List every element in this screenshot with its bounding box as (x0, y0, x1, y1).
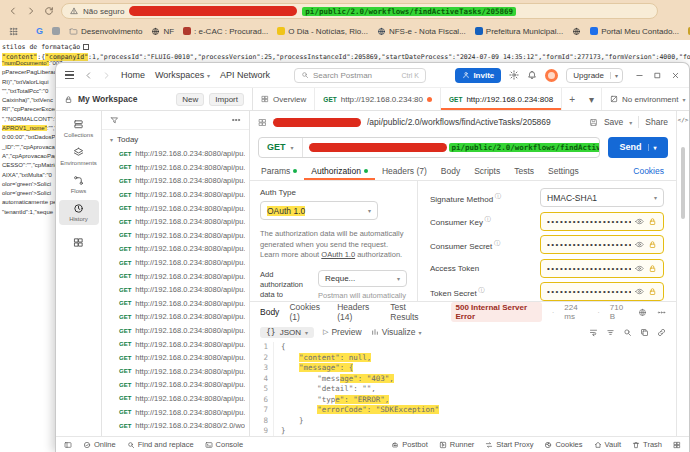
history-item[interactable]: GEThttp://192.168.0.234:8080/api/pu… (102, 229, 249, 243)
bookmark-item[interactable] (572, 27, 581, 36)
online-status[interactable]: Online (83, 440, 116, 449)
history-item[interactable]: GEThttp://192.168.0.234:8080/api/pu… (102, 378, 249, 392)
format-select[interactable]: {}JSON▾ (260, 327, 314, 338)
bookmark-item[interactable]: Portal Meu Contado... (590, 27, 679, 36)
request-tab-body[interactable]: Body (434, 161, 467, 180)
postbot-button[interactable]: Postbot (391, 440, 427, 449)
auth-type-select[interactable]: OAuth 1.0 ▾ (260, 201, 378, 220)
request-tab-params[interactable]: Params (254, 161, 304, 180)
vault-lock-icon[interactable] (648, 264, 657, 273)
eye-icon[interactable] (635, 287, 644, 296)
share-button[interactable]: Share (645, 117, 668, 127)
menu-icon[interactable] (65, 71, 74, 79)
favicon[interactable] (52, 27, 60, 35)
eye-icon[interactable] (635, 240, 644, 249)
search-response-icon[interactable] (623, 328, 632, 337)
sidebar-item-flows[interactable]: Flows (59, 172, 99, 197)
nav-forward-icon[interactable] (102, 71, 111, 80)
google-favicon[interactable]: G (36, 27, 43, 35)
save-icon[interactable] (589, 118, 598, 127)
import-button[interactable]: Import (209, 93, 244, 106)
sidebar-item-environments[interactable]: Environments (59, 144, 99, 169)
filter-funnel-icon[interactable] (110, 116, 119, 125)
addto-select[interactable]: Reque... ▾ (318, 270, 407, 287)
history-item[interactable]: GEThttp://192.168.0.234:8080/api/pu… (102, 392, 249, 406)
history-item[interactable]: GEThttp://192.168.0.234:8080/api/pu… (102, 147, 249, 161)
history-item[interactable]: GEThttp://192.168.0.234:8080/api/pu… (102, 161, 249, 175)
globe-icon[interactable] (638, 308, 647, 317)
bookmark-item[interactable]: NFS-e - Nota Fiscal... (377, 27, 466, 36)
user-avatar[interactable] (545, 69, 558, 82)
sidebar-more-button[interactable] (73, 234, 84, 252)
tab-request-1[interactable]: GET http://192.168.0.234:80 (315, 88, 441, 110)
code-snippet-icon[interactable]: </> (678, 116, 689, 123)
browser-forward-icon[interactable] (26, 6, 36, 16)
nav-back-icon[interactable] (84, 71, 93, 80)
bookmark-item[interactable]: NF (151, 27, 174, 36)
secret-input[interactable]: ••••••••••••••••••••••••••••••••• (540, 259, 664, 278)
trash-button[interactable]: Trash (632, 440, 662, 449)
history-item[interactable]: GEThttp://192.168.0.234:8080/api/pu… (102, 283, 249, 297)
console-button[interactable]: Console (205, 440, 244, 449)
more-options-icon[interactable] (231, 115, 241, 125)
browser-back-icon[interactable] (8, 6, 18, 16)
bookmark-item[interactable]: Prefeitura Municipal... (475, 27, 563, 36)
windows-button[interactable] (673, 441, 681, 449)
new-tab-button[interactable]: + (562, 88, 582, 110)
find-replace-button[interactable]: Find and replace (127, 440, 194, 449)
window-maximize-icon[interactable] (653, 71, 662, 80)
vault-lock-icon[interactable] (648, 287, 657, 296)
runner-button[interactable]: Runner (439, 440, 475, 449)
visualize-button[interactable]: Visualize▾ (371, 327, 422, 337)
new-button[interactable]: New (176, 93, 204, 106)
history-item[interactable]: GEThttp://192.168.0.234:8080/api/pu… (102, 174, 249, 188)
request-tab-headers-7-[interactable]: Headers (7) (375, 161, 434, 180)
response-tab-body[interactable]: Body (260, 307, 279, 317)
bookmark-item[interactable]: : e-CAC : Procurad... (183, 27, 268, 36)
invite-button[interactable]: Invite (455, 68, 501, 83)
request-tab-settings[interactable]: Settings (541, 161, 586, 180)
history-item[interactable]: GEThttp://192.168.0.234:8080/api/pu… (102, 405, 249, 419)
sidebar-item-history[interactable]: History (59, 200, 99, 225)
tab-options-caret[interactable]: ▾ (582, 88, 601, 110)
format-checkbox[interactable] (83, 44, 89, 50)
copy-icon[interactable] (640, 328, 649, 337)
workspace-title[interactable]: My Workspace (78, 94, 137, 104)
wrap-text-icon[interactable] (589, 328, 598, 337)
history-item[interactable]: GEThttp://192.168.0.234:8080/api/pu… (102, 337, 249, 351)
home-menu[interactable]: Home (121, 70, 145, 80)
bookmark-item[interactable]: Desenvolvimento (69, 27, 142, 36)
filter-lines-icon[interactable] (606, 328, 615, 337)
notifications-bell-icon[interactable] (527, 70, 537, 80)
vault-lock-icon[interactable] (648, 217, 657, 226)
history-item[interactable]: GEThttp://192.168.0.234:8080/api/pu… (102, 215, 249, 229)
history-item[interactable]: GEThttp://192.168.0.234:8080/api/pu… (102, 324, 249, 338)
toggle-sidebar-button[interactable] (64, 441, 72, 449)
preview-button[interactable]: ▷Preview (323, 327, 362, 337)
search-input[interactable]: Search Postman Ctrl K (294, 68, 426, 83)
secret-input[interactable]: ••••••••••••••••••••••••••••••••• (540, 282, 664, 301)
response-tab-headers-14-[interactable]: Headers (14) (337, 302, 380, 322)
oauth-link[interactable]: OAuth 1.0 (321, 250, 355, 259)
save-button[interactable]: Save (604, 117, 623, 127)
history-group-today[interactable]: ▾ Today (102, 133, 249, 147)
history-item[interactable]: GEThttp://192.168.0.234:8080/api/pu… (102, 297, 249, 311)
cookies-button[interactable]: Cookies (544, 440, 582, 449)
tab-request-2-active[interactable]: GET http://192.168.0.234:808 (441, 88, 562, 110)
history-item[interactable]: GEThttp://192.168.0.234:8080/api/pu… (102, 201, 249, 215)
response-tab-test-results[interactable]: Test Results (390, 302, 430, 322)
vault-lock-icon[interactable] (648, 240, 657, 249)
request-tab-tests[interactable]: Tests (507, 161, 541, 180)
upgrade-button[interactable]: Upgrade▾ (566, 68, 623, 83)
secret-input[interactable]: ••••••••••••••••••••••••••••••••• (540, 212, 664, 231)
history-item[interactable]: GEThttp://192.168.0.234:8080/api/pu… (102, 365, 249, 379)
history-item[interactable]: GEThttp://192.168.0.234:8080/api/pu… (102, 188, 249, 202)
workspaces-menu[interactable]: Workspaces ▾ (155, 70, 210, 80)
bookmark-item[interactable]: O Dia - Notícias, Rio... (277, 27, 368, 36)
signature-method-select[interactable]: HMAC-SHA1▾ (540, 188, 664, 207)
window-close-icon[interactable] (671, 71, 680, 80)
start-proxy-button[interactable]: Start Proxy (485, 440, 533, 449)
method-select[interactable]: GET ▾ (259, 138, 303, 157)
settings-gear-icon[interactable] (509, 70, 519, 80)
apps-grid-icon[interactable] (9, 27, 18, 36)
